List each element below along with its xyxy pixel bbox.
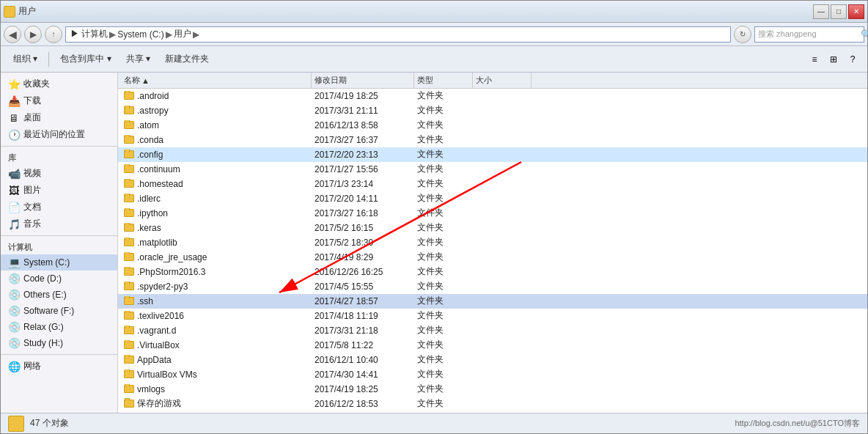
file-date-cell: 2017/3/31 21:11: [312, 106, 414, 116]
organize-button[interactable]: 组织 ▾: [7, 49, 44, 70]
file-name-cell: 保存的游戏: [121, 397, 312, 410]
sidebar-item-favorites-star[interactable]: ⭐ 收藏夹: [1, 76, 117, 92]
table-row[interactable]: .PhpStorm2016.3 2016/12/26 16:25 文件夹: [118, 265, 867, 279]
sidebar-item-recent[interactable]: 🕐 最近访问的位置: [1, 126, 117, 143]
sidebar-item-system-c[interactable]: 💻 System (C:): [1, 254, 117, 271]
col-name-header[interactable]: 名称 ▲: [121, 73, 312, 88]
music-icon: 🎵: [8, 218, 20, 230]
drive-e-icon: 💿: [8, 289, 20, 301]
file-type-cell: 文件夹: [414, 192, 473, 205]
path-computer[interactable]: ▶ 计算机: [70, 28, 108, 40]
table-row[interactable]: 联系人 2016/12/2 18:53 文件夹: [118, 411, 867, 413]
view-tiles-button[interactable]: ⊞: [825, 51, 842, 68]
table-row[interactable]: .ssh 2017/4/27 18:57 文件夹: [118, 294, 867, 309]
file-date-cell: 2016/12/1 10:40: [312, 355, 414, 365]
file-list-body[interactable]: .android 2017/4/19 18:25 文件夹 .astropy 20…: [118, 89, 867, 413]
drive-d-icon: 💿: [8, 273, 20, 284]
table-row[interactable]: .homestead 2017/1/3 23:14 文件夹: [118, 177, 867, 191]
address-path[interactable]: ▶ 计算机 ▶ System (C:) ▶ 用户 ▶: [65, 26, 731, 43]
file-name-cell: .continuum: [121, 164, 312, 174]
sidebar-item-code-d[interactable]: 💿 Code (D:): [1, 271, 117, 287]
table-row[interactable]: AppData 2016/12/1 10:40 文件夹: [118, 353, 867, 367]
file-date-cell: 2017/4/19 18:25: [312, 384, 414, 394]
path-users[interactable]: 用户: [174, 28, 191, 40]
minimize-button[interactable]: —: [813, 4, 829, 19]
table-row[interactable]: .astropy 2017/3/31 21:11 文件夹: [118, 103, 867, 118]
table-row[interactable]: .config 2017/2/20 23:13 文件夹: [118, 147, 867, 162]
table-row[interactable]: .ipython 2017/3/27 16:18 文件夹: [118, 206, 867, 221]
col-date-header[interactable]: 修改日期: [312, 73, 414, 88]
search-input[interactable]: [758, 30, 859, 39]
table-row[interactable]: .continuum 2017/1/27 15:56 文件夹: [118, 162, 867, 177]
table-row[interactable]: .idlerc 2017/2/20 14:11 文件夹: [118, 191, 867, 206]
sidebar-item-docs[interactable]: 📄 文档: [1, 199, 117, 216]
sidebar-item-video[interactable]: 📹 视频: [1, 165, 117, 182]
close-button[interactable]: ✕: [848, 4, 864, 19]
table-row[interactable]: vmlogs 2017/4/19 18:25 文件夹: [118, 382, 867, 397]
sidebar-favorites-label: 收藏夹: [23, 78, 50, 90]
sidebar-item-pictures[interactable]: 🖼 图片: [1, 182, 117, 199]
file-name-cell: .PhpStorm2016.3: [121, 267, 312, 277]
back-button[interactable]: ◀: [4, 26, 21, 43]
sidebar-item-network[interactable]: 🌐 网络: [1, 358, 117, 375]
table-row[interactable]: 保存的游戏 2016/12/2 18:53 文件夹: [118, 397, 867, 411]
table-row[interactable]: .texlive2016 2017/4/18 11:19 文件夹: [118, 309, 867, 323]
file-type-cell: 文件夹: [414, 148, 473, 161]
refresh-button[interactable]: ↻: [734, 26, 751, 43]
file-type-cell: 文件夹: [414, 412, 473, 413]
up-button[interactable]: ↑: [45, 26, 62, 43]
path-system[interactable]: System (C:): [117, 29, 163, 40]
col-size-header[interactable]: 大小: [473, 73, 532, 88]
file-type-cell: 文件夹: [414, 397, 473, 410]
add-to-lib-button[interactable]: 包含到库中 ▾: [54, 49, 117, 70]
file-name-cell: .config: [121, 150, 312, 160]
folder-icon: [124, 209, 134, 217]
sidebar: ⭐ 收藏夹 📥 下载 🖥 桌面 🕐 最近访问的位置: [1, 73, 118, 413]
toolbar-sep-1: [48, 52, 49, 67]
new-folder-button[interactable]: 新建文件夹: [158, 49, 216, 70]
table-row[interactable]: .vagrant.d 2017/3/31 21:18 文件夹: [118, 323, 867, 338]
folder-icon: [124, 253, 134, 261]
file-type-cell: 文件夹: [414, 89, 473, 102]
share-button[interactable]: 共享 ▾: [119, 49, 157, 70]
table-row[interactable]: .atom 2016/12/13 8:58 文件夹: [118, 118, 867, 133]
sidebar-item-downloads[interactable]: 📥 下载: [1, 92, 117, 109]
col-type-header[interactable]: 类型: [414, 73, 473, 88]
table-row[interactable]: .oracle_jre_usage 2017/4/19 8:29 文件夹: [118, 250, 867, 265]
file-date-cell: 2017/5/2 18:30: [312, 238, 414, 248]
view-details-button[interactable]: ≡: [806, 51, 823, 68]
file-type-cell: 文件夹: [414, 309, 473, 322]
table-row[interactable]: .VirtualBox 2017/5/8 11:22 文件夹: [118, 338, 867, 353]
sidebar-item-study-h[interactable]: 💿 Study (H:): [1, 335, 117, 351]
table-row[interactable]: .keras 2017/5/2 16:15 文件夹: [118, 221, 867, 235]
forward-button[interactable]: ▶: [24, 26, 42, 43]
file-date-cell: 2017/2/20 23:13: [312, 150, 414, 160]
file-name-cell: 联系人: [121, 412, 312, 413]
table-row[interactable]: .matplotlib 2017/5/2 18:30 文件夹: [118, 235, 867, 250]
drive-g-icon: 💿: [8, 321, 20, 333]
download-icon: 📥: [8, 95, 20, 107]
table-row[interactable]: .spyder2-py3 2017/4/5 15:55 文件夹: [118, 279, 867, 294]
sidebar-item-desktop[interactable]: 🖥 桌面: [1, 109, 117, 126]
sidebar-divider-1: [1, 146, 117, 147]
sidebar-section-library: 库 📹 视频 🖼 图片 📄 文档 🎵 音乐: [1, 150, 117, 232]
file-type-cell: 文件夹: [414, 251, 473, 263]
sidebar-section-computer: 计算机 💻 System (C:) 💿 Code (D:) 💿 Others (…: [1, 239, 117, 351]
main-content: ⭐ 收藏夹 📥 下载 🖥 桌面 🕐 最近访问的位置: [1, 73, 867, 413]
maximize-button[interactable]: □: [831, 4, 847, 19]
sidebar-item-music[interactable]: 🎵 音乐: [1, 216, 117, 232]
table-row[interactable]: VirtualBox VMs 2017/4/30 14:41 文件夹: [118, 367, 867, 382]
file-name-cell: .atom: [121, 120, 312, 130]
file-type-cell: 文件夹: [414, 119, 473, 131]
sidebar-item-relax-g[interactable]: 💿 Relax (G:): [1, 319, 117, 335]
help-button[interactable]: ?: [844, 51, 861, 68]
file-name-cell: .ssh: [121, 296, 312, 306]
drive-f-icon: 💿: [8, 305, 20, 317]
table-row[interactable]: .android 2017/4/19 18:25 文件夹: [118, 89, 867, 103]
sidebar-item-software-f[interactable]: 💿 Software (F:): [1, 303, 117, 319]
file-type-cell: 文件夹: [414, 236, 473, 249]
search-icon[interactable]: 🔍: [861, 29, 868, 40]
table-row[interactable]: .conda 2017/3/27 16:37 文件夹: [118, 133, 867, 147]
file-date-cell: 2017/1/27 15:56: [312, 164, 414, 174]
sidebar-item-others-e[interactable]: 💿 Others (E:): [1, 287, 117, 303]
